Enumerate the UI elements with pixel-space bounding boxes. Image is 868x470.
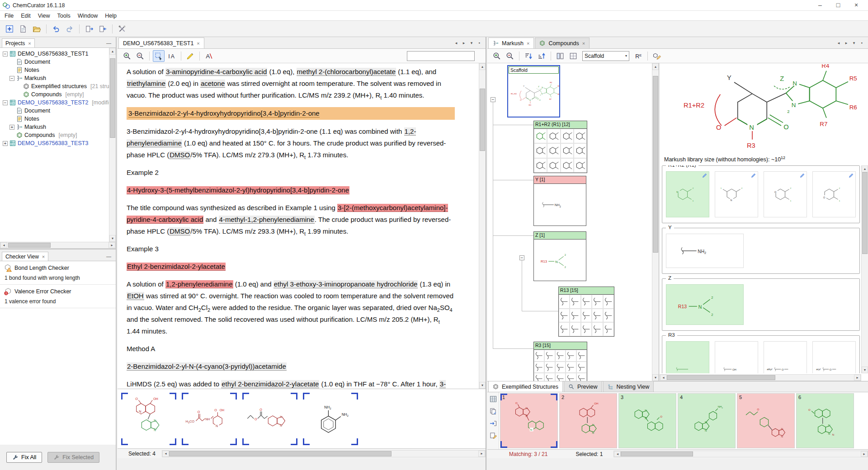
scroll-thumb[interactable] bbox=[480, 89, 485, 151]
scaffold-node[interactable]: ScaffoldYNOOR1+R2R3ZNN2R4R5R6R7 bbox=[507, 65, 560, 118]
menu-view[interactable]: View bbox=[34, 12, 54, 20]
grid-view-button[interactable] bbox=[489, 395, 498, 404]
rgroup-node-r3[interactable]: R3 [15] bbox=[533, 342, 587, 381]
annotated-term[interactable]: ethyl 2-benzimidazol-2-ylacetate bbox=[221, 380, 319, 388]
fragment-cell[interactable] bbox=[570, 295, 580, 309]
rgroup-definition-card[interactable]: N21 bbox=[666, 171, 709, 217]
close-projects-icon[interactable]: × bbox=[28, 41, 31, 46]
fix-selected-button[interactable]: Fix Selected bbox=[47, 452, 99, 463]
fragment-cell[interactable] bbox=[544, 350, 555, 362]
tab-compounds[interactable]: Compounds× bbox=[535, 38, 590, 48]
ring-variant-cell[interactable] bbox=[534, 158, 547, 173]
fragment-cell[interactable] bbox=[592, 322, 603, 336]
tree-expander-icon[interactable]: − bbox=[3, 52, 8, 56]
projects-horizontal-scrollbar[interactable]: ◂▸ bbox=[0, 242, 116, 249]
document-search-input[interactable] bbox=[407, 51, 475, 61]
rgroup-definition-card[interactable]: N21 bbox=[715, 171, 758, 217]
scroll-right-button[interactable]: ▸ bbox=[861, 451, 868, 457]
scroll-left-icon[interactable]: ◂ bbox=[453, 39, 460, 47]
fragment-cell[interactable] bbox=[581, 322, 592, 336]
maximize-button[interactable]: □ bbox=[829, 0, 847, 11]
scroll-thumb[interactable] bbox=[862, 172, 868, 254]
fragment-cell[interactable] bbox=[544, 373, 555, 381]
exemplified-structure-card-2[interactable]: 2OHNN bbox=[559, 393, 617, 448]
menu-help[interactable]: Help bbox=[101, 12, 120, 20]
exemplified-structure-card-6[interactable]: 6ONNN bbox=[796, 393, 854, 448]
exemplified-structure-card-3[interactable]: 3NNO bbox=[618, 393, 676, 448]
document-tab[interactable]: DEMO_US6756383_TEST1 × bbox=[118, 38, 204, 48]
scroll-down-button[interactable]: ▾ bbox=[109, 235, 116, 242]
annotated-term[interactable]: ethyl 3-ethoxy-3-iminopropanoate hydroch… bbox=[274, 280, 418, 288]
scroll-left-button[interactable]: ◂ bbox=[162, 451, 169, 457]
fragment-cell[interactable] bbox=[555, 373, 566, 381]
rgroup-node-r1-r2-r1[interactable]: R1+R2 (R1) [12] bbox=[533, 121, 587, 173]
fragment-cell[interactable] bbox=[534, 350, 544, 362]
scroll-right-icon[interactable]: ▸ bbox=[460, 39, 467, 47]
scroll-thumb[interactable] bbox=[169, 451, 392, 456]
scroll-left-button[interactable]: ◂ bbox=[660, 375, 667, 381]
sections-vertical-scrollbar[interactable]: ▴▾ bbox=[861, 165, 868, 373]
clear-annotation-button[interactable]: A bbox=[203, 50, 215, 62]
close-document-tab-icon[interactable]: × bbox=[197, 41, 199, 46]
selection-tool-button[interactable] bbox=[153, 50, 165, 62]
rgroup-editor-button[interactable]: RE bbox=[632, 50, 644, 62]
rgroup-definition-card[interactable]: R13N22 bbox=[666, 284, 744, 325]
fragment-cell[interactable] bbox=[555, 362, 566, 373]
rgroup-definition-card[interactable] bbox=[666, 341, 709, 373]
rgroup-definition-card[interactable]: NH2 bbox=[666, 234, 744, 268]
scroll-track[interactable] bbox=[621, 451, 861, 457]
minimize-checker-icon[interactable]: — bbox=[104, 252, 114, 261]
tab-list-icon[interactable]: ▾ bbox=[850, 39, 858, 47]
tree-item-notes[interactable]: Notes bbox=[1, 66, 116, 74]
scroll-right-button[interactable]: ▸ bbox=[478, 451, 485, 457]
annotated-term[interactable]: DMSO bbox=[169, 151, 190, 159]
tab-preview[interactable]: Preview bbox=[564, 381, 602, 392]
annotated-term[interactable]: DMSO bbox=[169, 227, 190, 235]
annotated-term[interactable]: 2-Benzimidazol-2-yl-N-(4-cyano(3-pyridyl… bbox=[127, 362, 287, 371]
fragment-cell[interactable] bbox=[566, 362, 576, 373]
restore-icon[interactable]: ▪ bbox=[858, 39, 865, 47]
menu-window[interactable]: Window bbox=[74, 12, 101, 20]
fragment-cell[interactable] bbox=[592, 309, 603, 323]
checkin-document-button[interactable] bbox=[97, 23, 108, 35]
ring-variant-cell[interactable] bbox=[561, 143, 574, 158]
tree-item-exemplified-structures[interactable]: Exemplified structures[21 structures] bbox=[1, 82, 116, 90]
scroll-thumb[interactable] bbox=[8, 243, 51, 248]
scroll-right-button[interactable]: ▸ bbox=[108, 242, 115, 248]
open-project-button[interactable] bbox=[31, 23, 42, 35]
fragment-cell[interactable] bbox=[570, 309, 580, 323]
ring-variant-cell[interactable] bbox=[547, 158, 560, 173]
undo-button[interactable] bbox=[50, 23, 62, 35]
rgroup-definition-card[interactable]: O21 bbox=[812, 171, 856, 217]
menu-tools[interactable]: Tools bbox=[54, 12, 74, 20]
new-document-button[interactable] bbox=[17, 23, 29, 35]
edit-pencil-icon[interactable] bbox=[751, 173, 756, 178]
fragment-cell[interactable] bbox=[603, 322, 614, 336]
collapse-expander-icon[interactable]: − bbox=[491, 97, 495, 102]
menu-file[interactable]: File bbox=[1, 12, 17, 20]
fragment-cell[interactable] bbox=[581, 309, 592, 323]
minimize-button[interactable]: – bbox=[811, 0, 829, 11]
scroll-down-button[interactable]: ▾ bbox=[479, 382, 486, 389]
checker-item-bond-length-checker[interactable]: Bond Length Checker1 bond found with wro… bbox=[0, 261, 116, 285]
document-horizontal-scrollbar[interactable]: ◂▸ bbox=[162, 450, 486, 457]
scroll-left-button[interactable]: ◂ bbox=[0, 242, 7, 248]
tree-item-markush[interactable]: −Markush bbox=[1, 74, 116, 82]
scroll-track[interactable] bbox=[169, 451, 478, 457]
projects-vertical-scrollbar[interactable]: ▴▾ bbox=[109, 48, 116, 242]
exemplified-structure-card-4[interactable]: 4NNNH2 bbox=[678, 393, 736, 448]
highlighted-compound[interactable]: 1,2-phenylenediamine bbox=[165, 280, 233, 288]
detail-horizontal-scrollbar[interactable]: ◂▸ bbox=[660, 374, 861, 381]
fragment-cell[interactable] bbox=[566, 373, 576, 381]
zoom-out-button[interactable] bbox=[504, 50, 516, 62]
annotated-term[interactable]: triethylamine bbox=[127, 80, 166, 88]
ring-variant-cell[interactable] bbox=[574, 129, 587, 143]
close-tab-icon[interactable]: × bbox=[582, 41, 585, 46]
restore-icon[interactable]: ▪ bbox=[476, 39, 483, 47]
fix-all-button[interactable]: Fix All bbox=[6, 452, 42, 463]
fragment-cell[interactable] bbox=[534, 373, 544, 381]
rgroup-definition-card[interactable]: arylO bbox=[812, 341, 856, 373]
exemplified-horizontal-scrollbar[interactable]: ◂▸ bbox=[613, 451, 868, 457]
scroll-thumb[interactable] bbox=[621, 451, 693, 456]
fragment-cell[interactable] bbox=[570, 322, 580, 336]
